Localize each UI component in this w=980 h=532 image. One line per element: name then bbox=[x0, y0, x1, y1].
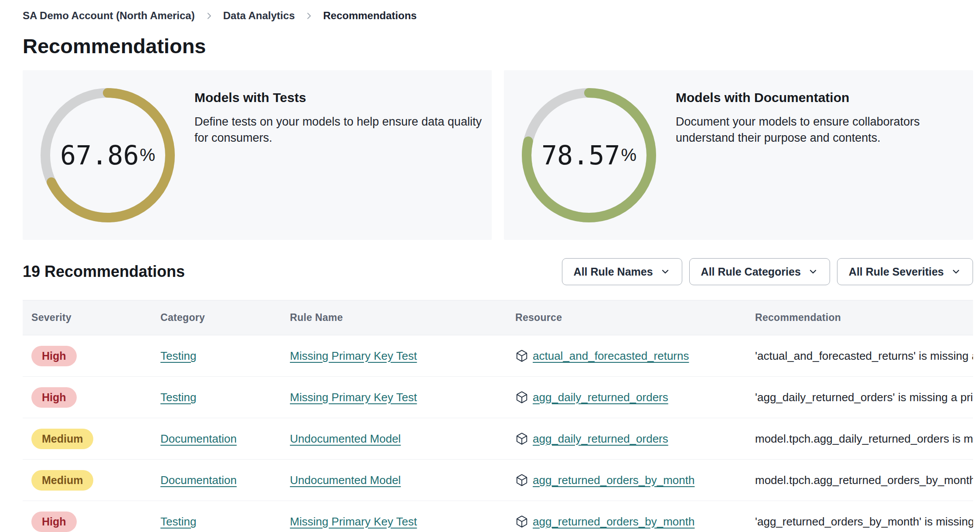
chevron-down-icon bbox=[808, 266, 818, 277]
column-header-severity: Severity bbox=[23, 312, 152, 324]
card-description: Define tests on your models to help ensu… bbox=[194, 114, 482, 147]
category-link[interactable]: Documentation bbox=[160, 474, 237, 487]
table-row: Medium Documentation Undocumented Model … bbox=[23, 460, 973, 501]
chevron-down-icon bbox=[951, 266, 961, 277]
chevron-right-icon bbox=[304, 11, 313, 20]
category-cell: Testing bbox=[152, 349, 281, 363]
card-description: Document your models to ensure collabora… bbox=[676, 114, 963, 147]
column-header-category: Category bbox=[152, 312, 281, 324]
docs-donut-chart: 78.57% bbox=[521, 88, 657, 223]
table-row: High Testing Missing Primary Key Test ag… bbox=[23, 377, 973, 418]
card-title: Models with Tests bbox=[194, 90, 482, 105]
breadcrumb-current: Recommendations bbox=[323, 10, 417, 22]
severity-cell: High bbox=[23, 387, 152, 408]
card-title: Models with Documentation bbox=[676, 90, 963, 105]
rule-categories-filter-dropdown[interactable]: All Rule Categories bbox=[689, 258, 830, 285]
rule-name-cell: Undocumented Model bbox=[281, 432, 507, 446]
resource-cell: agg_daily_returned_orders bbox=[507, 432, 746, 446]
recommendation-text: 'actual_and_forecasted_returns' is missi… bbox=[746, 349, 973, 363]
table-header-row: Severity Category Rule Name Resource Rec… bbox=[23, 300, 973, 335]
page-title: Recommendations bbox=[23, 34, 973, 58]
rule-name-cell: Missing Primary Key Test bbox=[281, 515, 507, 529]
recommendations-page: SA Demo Account (North America) Data Ana… bbox=[0, 0, 980, 532]
severity-cell: Medium bbox=[23, 429, 152, 449]
category-link[interactable]: Testing bbox=[160, 391, 196, 404]
resource-link[interactable]: agg_daily_returned_orders bbox=[533, 432, 668, 446]
models-with-docs-card: 78.57% Models with Documentation Documen… bbox=[504, 70, 973, 240]
severity-badge: High bbox=[31, 387, 77, 408]
table-body: High Testing Missing Primary Key Test ac… bbox=[23, 335, 973, 532]
recommendation-text: model.tpch.agg_daily_returned_orders is … bbox=[746, 432, 973, 446]
category-link[interactable]: Testing bbox=[160, 349, 196, 362]
column-header-recommendation: Recommendation bbox=[746, 312, 973, 324]
recommendation-text: model.tpch.agg_returned_orders_by_month … bbox=[746, 474, 973, 487]
filters: All Rule Names All Rule Categories All R… bbox=[562, 258, 973, 285]
chevron-right-icon bbox=[204, 11, 214, 20]
rule-name-cell: Missing Primary Key Test bbox=[281, 349, 507, 363]
severity-badge: High bbox=[31, 512, 77, 532]
severity-cell: High bbox=[23, 512, 152, 532]
model-cube-icon bbox=[515, 474, 528, 487]
resource-cell: agg_returned_orders_by_month bbox=[507, 474, 746, 487]
summary-cards: 67.86% Models with Tests Define tests on… bbox=[23, 70, 973, 240]
category-cell: Documentation bbox=[152, 432, 281, 446]
model-cube-icon bbox=[515, 391, 528, 404]
chevron-down-icon bbox=[660, 266, 670, 277]
category-link[interactable]: Testing bbox=[160, 515, 196, 528]
severity-badge: High bbox=[31, 346, 77, 366]
rule-name-cell: Undocumented Model bbox=[281, 474, 507, 487]
category-link[interactable]: Documentation bbox=[160, 432, 237, 445]
severity-badge: Medium bbox=[31, 429, 93, 449]
table-row: Medium Documentation Undocumented Model … bbox=[23, 418, 973, 460]
resource-cell: agg_daily_returned_orders bbox=[507, 391, 746, 404]
models-with-tests-card: 67.86% Models with Tests Define tests on… bbox=[23, 70, 492, 240]
recommendations-table: Severity Category Rule Name Resource Rec… bbox=[23, 300, 973, 532]
resource-link[interactable]: agg_daily_returned_orders bbox=[533, 391, 668, 404]
resource-cell: agg_returned_orders_by_month bbox=[507, 515, 746, 529]
rule-name-link[interactable]: Undocumented Model bbox=[290, 474, 401, 487]
rule-name-link[interactable]: Missing Primary Key Test bbox=[290, 349, 417, 362]
category-cell: Testing bbox=[152, 391, 281, 404]
severity-badge: Medium bbox=[31, 470, 93, 491]
resource-link[interactable]: agg_returned_orders_by_month bbox=[533, 515, 694, 529]
tests-donut-chart: 67.86% bbox=[40, 88, 175, 223]
recommendation-text: 'agg_returned_orders_by_month' is missin… bbox=[746, 515, 973, 529]
rule-severities-filter-dropdown[interactable]: All Rule Severities bbox=[837, 258, 973, 285]
model-cube-icon bbox=[515, 432, 528, 445]
rule-name-link[interactable]: Undocumented Model bbox=[290, 432, 401, 445]
rule-names-filter-dropdown[interactable]: All Rule Names bbox=[562, 258, 682, 285]
recommendation-text: 'agg_daily_returned_orders' is missing a… bbox=[746, 391, 973, 404]
breadcrumb: SA Demo Account (North America) Data Ana… bbox=[23, 0, 973, 22]
breadcrumb-account[interactable]: SA Demo Account (North America) bbox=[23, 10, 195, 22]
rule-name-link[interactable]: Missing Primary Key Test bbox=[290, 391, 417, 404]
resource-cell: actual_and_forecasted_returns bbox=[507, 349, 746, 363]
table-row: High Testing Missing Primary Key Test ag… bbox=[23, 501, 973, 532]
rule-name-cell: Missing Primary Key Test bbox=[281, 391, 507, 404]
category-cell: Testing bbox=[152, 515, 281, 529]
breadcrumb-project[interactable]: Data Analytics bbox=[223, 10, 295, 22]
resource-link[interactable]: actual_and_forecasted_returns bbox=[533, 349, 689, 363]
category-cell: Documentation bbox=[152, 474, 281, 487]
docs-percentage: 78.57% bbox=[521, 88, 657, 223]
recommendations-count-heading: 19 Recommendations bbox=[23, 263, 185, 281]
severity-cell: Medium bbox=[23, 470, 152, 491]
model-cube-icon bbox=[515, 349, 528, 362]
table-row: High Testing Missing Primary Key Test ac… bbox=[23, 335, 973, 377]
severity-cell: High bbox=[23, 346, 152, 366]
model-cube-icon bbox=[515, 515, 528, 528]
column-header-resource: Resource bbox=[507, 312, 746, 324]
column-header-rule-name: Rule Name bbox=[281, 312, 507, 324]
rule-name-link[interactable]: Missing Primary Key Test bbox=[290, 515, 417, 528]
tests-percentage: 67.86% bbox=[40, 88, 175, 223]
resource-link[interactable]: agg_returned_orders_by_month bbox=[533, 474, 694, 487]
